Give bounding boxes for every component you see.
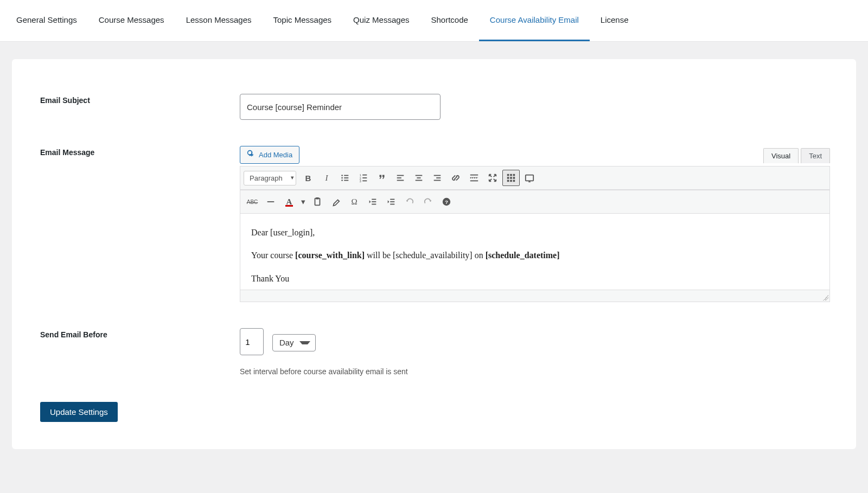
editor-resize-handle[interactable]: [240, 290, 829, 302]
editor-toolbar-row1: Paragraph B I 123: [240, 167, 829, 190]
special-character-button[interactable]: Ω: [346, 194, 363, 210]
editor-tab-text[interactable]: Text: [801, 148, 830, 163]
svg-rect-12: [362, 181, 367, 182]
svg-rect-10: [362, 177, 367, 178]
blockquote-button[interactable]: [373, 170, 391, 186]
row-send-email-before: Send Email Before Day Set interval befor…: [12, 315, 856, 389]
read-more-button[interactable]: [465, 170, 483, 186]
row-email-subject: Email Subject: [12, 81, 856, 133]
svg-rect-6: [344, 180, 348, 181]
numbered-list-button[interactable]: 123: [355, 170, 372, 186]
svg-rect-30: [513, 177, 515, 179]
svg-rect-43: [390, 201, 394, 202]
tab-course-availability-email[interactable]: Course Availability Email: [479, 0, 590, 41]
horizontal-line-button[interactable]: [262, 194, 279, 210]
svg-rect-25: [507, 174, 509, 176]
email-subject-input[interactable]: [240, 94, 441, 120]
svg-rect-2: [344, 175, 348, 176]
tab-license[interactable]: License: [590, 0, 640, 41]
settings-panel: Email Subject Email Message Add Media Vi…: [12, 59, 856, 449]
add-media-label: Add Media: [259, 151, 292, 159]
add-media-icon: [247, 150, 256, 160]
add-media-button[interactable]: Add Media: [240, 146, 299, 164]
svg-rect-37: [315, 199, 320, 206]
update-settings-button[interactable]: Update Settings: [40, 402, 118, 422]
link-button[interactable]: [447, 170, 464, 186]
text-color-button[interactable]: A: [280, 194, 298, 210]
svg-point-5: [341, 180, 343, 181]
svg-rect-42: [390, 199, 394, 200]
svg-rect-18: [416, 180, 423, 181]
svg-rect-21: [434, 180, 441, 181]
undo-button[interactable]: [401, 194, 418, 210]
send-before-unit-select[interactable]: Day: [272, 334, 316, 351]
svg-rect-22: [470, 175, 478, 176]
tab-topic-messages[interactable]: Topic Messages: [263, 0, 343, 41]
svg-rect-26: [510, 174, 512, 176]
svg-point-3: [341, 177, 343, 179]
svg-rect-41: [372, 204, 376, 205]
italic-button[interactable]: I: [318, 170, 335, 186]
svg-rect-44: [390, 204, 394, 205]
send-before-number-input[interactable]: [240, 328, 264, 355]
body-main: Your course [course_with_link] will be […: [251, 247, 819, 264]
tab-shortcode[interactable]: Shortcode: [420, 0, 478, 41]
svg-rect-13: [397, 175, 404, 176]
svg-rect-4: [344, 177, 348, 178]
outdent-button[interactable]: [364, 194, 381, 210]
svg-rect-38: [316, 197, 318, 200]
svg-text:?: ?: [445, 199, 448, 205]
bold-button[interactable]: B: [299, 170, 317, 186]
editor-content-area[interactable]: Dear [user_login], Your course [course_w…: [240, 214, 829, 290]
svg-rect-15: [397, 180, 404, 181]
svg-rect-34: [526, 175, 533, 181]
svg-rect-39: [372, 199, 376, 200]
svg-rect-24: [470, 181, 478, 182]
format-select[interactable]: Paragraph: [244, 171, 296, 185]
svg-rect-19: [434, 175, 441, 176]
toolbar-toggle-button[interactable]: [502, 170, 520, 186]
svg-rect-14: [397, 177, 401, 178]
distraction-free-button[interactable]: [521, 170, 538, 186]
svg-rect-8: [362, 175, 367, 176]
svg-rect-36: [267, 201, 275, 202]
svg-rect-29: [510, 177, 512, 179]
svg-rect-40: [372, 201, 376, 202]
bulleted-list-button[interactable]: [336, 170, 354, 186]
svg-rect-32: [510, 180, 512, 182]
svg-text:3: 3: [360, 180, 361, 183]
align-right-button[interactable]: [429, 170, 446, 186]
text-color-dropdown[interactable]: ▾: [299, 194, 308, 210]
strikethrough-button[interactable]: ABC: [244, 194, 261, 210]
fullscreen-button[interactable]: [484, 170, 501, 186]
help-button[interactable]: ?: [438, 194, 455, 210]
svg-rect-17: [417, 177, 420, 178]
align-center-button[interactable]: [410, 170, 427, 186]
svg-rect-20: [436, 177, 441, 178]
svg-rect-16: [416, 175, 423, 176]
label-email-message: Email Message: [12, 146, 240, 157]
label-email-subject: Email Subject: [12, 94, 240, 105]
tab-course-messages[interactable]: Course Messages: [88, 0, 175, 41]
clear-formatting-button[interactable]: [327, 194, 344, 210]
send-before-help: Set interval before course availability …: [240, 367, 830, 376]
tab-lesson-messages[interactable]: Lesson Messages: [175, 0, 263, 41]
redo-button[interactable]: [419, 194, 437, 210]
svg-rect-28: [507, 177, 509, 179]
indent-button[interactable]: [382, 194, 400, 210]
svg-rect-35: [528, 181, 531, 182]
tab-general-settings[interactable]: General Settings: [5, 0, 88, 41]
paste-text-button[interactable]: [309, 194, 326, 210]
settings-tabs: General Settings Course Messages Lesson …: [0, 0, 868, 42]
svg-rect-31: [507, 180, 509, 182]
svg-point-1: [341, 175, 343, 176]
rich-text-editor: Paragraph B I 123 ABC: [240, 166, 830, 302]
body-greeting: Dear [user_login],: [251, 225, 819, 241]
editor-tab-visual[interactable]: Visual: [763, 148, 799, 163]
tab-quiz-messages[interactable]: Quiz Messages: [342, 0, 420, 41]
align-left-button[interactable]: [392, 170, 409, 186]
svg-rect-33: [513, 180, 515, 182]
svg-rect-27: [513, 174, 515, 176]
body-thanks: Thank You: [251, 271, 819, 287]
row-email-message: Email Message Add Media Visual Text Para…: [12, 133, 856, 315]
